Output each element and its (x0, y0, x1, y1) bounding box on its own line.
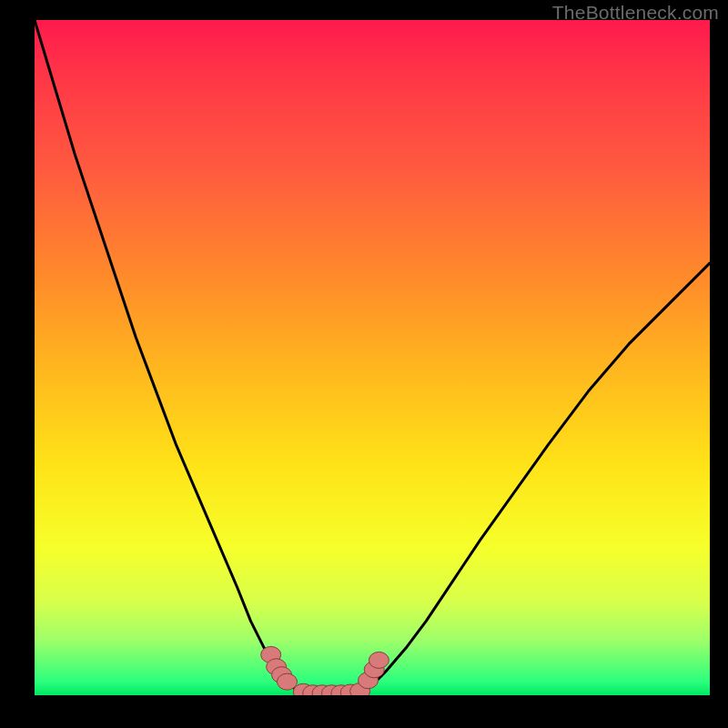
watermark-label: TheBottleneck.com (552, 2, 719, 24)
plot-area (35, 20, 710, 695)
marker-group (261, 646, 389, 695)
data-marker-right-neck (369, 652, 389, 668)
data-marker-left-neck (278, 673, 298, 690)
chart-frame: TheBottleneck.com (0, 0, 728, 728)
chart-svg (35, 20, 710, 695)
curve-group (35, 20, 710, 695)
bottleneck-curve (35, 20, 710, 695)
